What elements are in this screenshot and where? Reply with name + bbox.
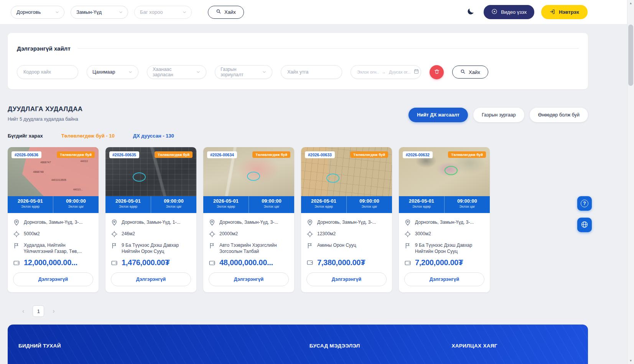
details-button[interactable]: Дэлгэрэнгүй (404, 272, 484, 286)
pagination-next-icon[interactable]: › (50, 307, 57, 315)
scrollbar-thumb[interactable] (628, 25, 633, 86)
date-range-arrow: → (382, 70, 386, 74)
view-list-button[interactable]: Нийт ДХ жагсаалт (408, 108, 468, 122)
start-date: 2026-05-01 (8, 198, 53, 204)
advanced-search-panel: Дэлгэрэнгүй хайлт Цахимаар Хаанаас зарла… (8, 33, 588, 89)
start-time-label: Эхлэх цаг (249, 205, 294, 208)
card-id-badge: #2026-00632 (403, 151, 433, 158)
parcel-marker (326, 174, 339, 183)
watch-video-button[interactable]: Видео үзэх (484, 5, 534, 19)
advanced-search-title: Дэлгэрэнгүй хайлт (17, 45, 71, 52)
scrollbar-up-icon[interactable]: ▲ (627, 0, 634, 7)
filter-search-button[interactable]: Хайх (452, 66, 488, 79)
source-select[interactable]: Хаанаас зарласан (147, 65, 206, 79)
details-button[interactable]: Дэлгэрэнгүй (306, 272, 387, 286)
bag-select[interactable]: Баг хороо (134, 6, 192, 19)
start-time: 09:00:00 (249, 198, 294, 204)
main-content: ДУУДЛАГА ХУДАЛДАА Нийт 5 дуудлага худалд… (8, 105, 588, 317)
card-location: Дорноговь, Замын-Үүд, 3-... (317, 219, 387, 225)
province-select[interactable]: Дорноговь (11, 6, 64, 19)
clear-filters-button[interactable] (430, 65, 444, 79)
auction-card[interactable]: #2026-00633 Төлөвлөгдөж буй 2026-05-01Эх… (301, 147, 392, 292)
price-wallet-icon (111, 259, 118, 266)
start-date-label: Эхлэх өдөр (8, 205, 53, 208)
tab-planned[interactable]: Төлөвлөгдөж буй - 10 (61, 133, 115, 139)
date-end-input[interactable] (388, 69, 411, 75)
card-date-bar: 2026-05-01Эхлэх өдөр 09:00:00Эхлэх цаг (203, 196, 294, 213)
pagination-prev-icon[interactable]: ‹ (20, 307, 26, 315)
card-date-bar: 2026-05-01Эхлэх өдөр 09:00:00Эхлэх цаг (399, 196, 490, 213)
view-map-button[interactable]: Газрын зургаар (473, 108, 524, 122)
code-search-field-wrap (17, 65, 78, 79)
start-date-label: Эхлэх өдөр (399, 205, 444, 208)
location-pin-icon (111, 219, 118, 226)
dark-mode-toggle[interactable] (463, 5, 478, 20)
help-button[interactable]: ? (577, 196, 592, 211)
chevron-down-icon (55, 10, 59, 15)
start-date-label: Эхлэх өдөр (301, 205, 346, 208)
date-start-input[interactable] (356, 69, 379, 75)
auction-card[interactable]: #2026-00635 Төлөвлөгдөж буй 2026-05-01Эх… (105, 147, 196, 292)
area-target-icon (209, 231, 216, 238)
details-button[interactable]: Дэлгэрэнгүй (209, 272, 289, 286)
location-pin-icon (404, 219, 411, 226)
globe-icon (581, 221, 588, 230)
auction-card-list: 4868747 44010 4868748 4401013505 44010..… (8, 147, 588, 292)
bag-select-placeholder: Баг хороо (140, 9, 163, 15)
code-search-input[interactable] (23, 69, 72, 75)
watch-video-label: Видео үзэх (501, 9, 527, 15)
moon-icon (466, 7, 475, 17)
pagination-page-1[interactable]: 1 (33, 305, 44, 317)
purpose-flag-icon (111, 242, 118, 249)
location-pin-icon (13, 219, 20, 226)
date-range-field: → (351, 65, 421, 79)
start-time-label: Эхлэх цаг (445, 205, 490, 208)
divider (77, 48, 579, 49)
card-date-bar: 2026-05-01Эхлэх өдөр 09:00:00Эхлэх цаг (105, 196, 196, 213)
chevron-down-icon (128, 70, 133, 74)
card-status-badge: Төлөвлөгдөж буй (252, 151, 290, 158)
language-globe-button[interactable] (577, 218, 592, 232)
auction-card[interactable]: #2026-00634 Төлөвлөгдөж буй 2026-05-01Эх… (203, 147, 294, 292)
scrollbar-down-icon[interactable]: ▼ (627, 357, 634, 364)
login-button[interactable]: Нэвтрэх (541, 5, 588, 19)
purpose-flag-icon (306, 242, 313, 249)
soum-select[interactable]: Замын-Үүд (71, 6, 128, 19)
details-button[interactable]: Дэлгэрэнгүй (13, 272, 93, 286)
purpose-flag-icon (404, 242, 411, 249)
vertical-scrollbar[interactable]: ▲ ▼ (627, 0, 634, 364)
source-select-placeholder: Хаанаас зарласан (153, 67, 192, 77)
start-time: 09:00:00 (151, 198, 196, 204)
topbar-search-label: Хайх (224, 9, 236, 15)
card-date-bar: 2026-05-01Эхлэх өдөр 09:00:00Эхлэх цаг (301, 196, 392, 213)
topbar-search-button[interactable]: Хайх (208, 6, 244, 19)
footer-contact-heading: ХАРИЛЦАХ ХАЯГ (451, 343, 497, 349)
auction-card[interactable]: 4868747 44010 4868748 4401013505 44010..… (8, 147, 99, 292)
card-status-badge: Төлөвлөгдөж буй (155, 151, 193, 158)
satellite-image: #2026-00634 Төлөвлөгдөж буй (203, 147, 294, 196)
price-wallet-icon (404, 259, 411, 266)
auction-type-select[interactable]: Цахимаар (87, 65, 138, 79)
area-target-icon (111, 231, 118, 238)
details-button[interactable]: Дэлгэрэнгүй (111, 272, 191, 286)
start-date: 2026-05-01 (203, 198, 249, 204)
chevron-down-icon (196, 70, 201, 74)
tab-all[interactable]: Бүгдийг харах (8, 133, 43, 139)
question-circle-icon: ? (581, 200, 588, 207)
card-status-badge: Төлөвлөгдөж буй (448, 151, 486, 158)
start-date: 2026-05-01 (105, 198, 151, 204)
parcel-label: 4868747 (40, 161, 51, 164)
start-date: 2026-05-01 (399, 198, 444, 204)
province-select-value: Дорноговь (16, 9, 41, 15)
card-status-badge: Төлөвлөгдөж буй (350, 151, 388, 158)
view-switcher: Нийт ДХ жагсаалт Газрын зургаар Өнөөдөр … (408, 108, 588, 122)
view-today-button[interactable]: Өнөөдөр болж буй (530, 108, 588, 122)
card-id-badge: #2026-00634 (207, 151, 237, 158)
auction-tabs: Бүгдийг харах Төлөвлөгдөж буй - 10 ДХ ду… (8, 133, 588, 139)
land-purpose-placeholder: Газрын зориулалт (221, 67, 258, 77)
land-purpose-select[interactable]: Газрын зориулалт (215, 65, 272, 79)
card-purpose: Авто Тээврийн Хэрэгслийн Зогсоолын Талба… (219, 242, 289, 254)
keyword-input[interactable] (287, 69, 336, 75)
auction-card[interactable]: #2026-00632 Төлөвлөгдөж буй 2026-05-01Эх… (399, 147, 490, 292)
tab-finished[interactable]: ДХ дууссан - 130 (133, 133, 174, 139)
